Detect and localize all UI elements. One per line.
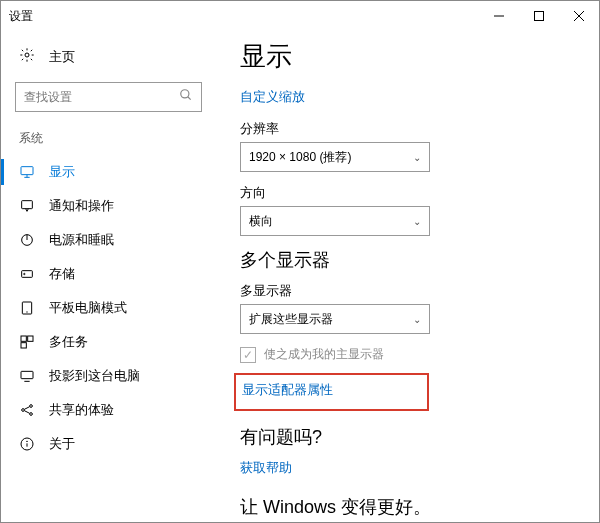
storage-icon bbox=[19, 266, 35, 282]
resolution-value: 1920 × 1080 (推荐) bbox=[249, 149, 351, 166]
chevron-down-icon: ⌄ bbox=[413, 216, 421, 227]
svg-rect-7 bbox=[21, 167, 33, 175]
sidebar-item-label: 共享的体验 bbox=[49, 401, 114, 419]
sidebar-item-label: 投影到这台电脑 bbox=[49, 367, 140, 385]
orientation-combo[interactable]: 横向 ⌄ bbox=[240, 206, 430, 236]
power-icon bbox=[19, 232, 35, 248]
checkbox-icon: ✓ bbox=[240, 347, 256, 363]
svg-point-5 bbox=[181, 90, 189, 98]
svg-point-22 bbox=[30, 405, 33, 408]
multi-value: 扩展这些显示器 bbox=[249, 311, 333, 328]
chevron-down-icon: ⌄ bbox=[413, 314, 421, 325]
svg-rect-1 bbox=[535, 12, 544, 21]
svg-line-6 bbox=[188, 97, 191, 100]
window-title: 设置 bbox=[9, 8, 479, 25]
monitor-icon bbox=[19, 164, 35, 180]
projection-icon bbox=[19, 368, 35, 384]
minimize-button[interactable] bbox=[479, 1, 519, 31]
sidebar-item-display[interactable]: 显示 bbox=[1, 155, 216, 189]
sidebar-item-label: 关于 bbox=[49, 435, 75, 453]
svg-point-28 bbox=[27, 441, 28, 442]
svg-rect-10 bbox=[22, 201, 33, 209]
share-icon bbox=[19, 402, 35, 418]
multitask-icon bbox=[19, 334, 35, 350]
orientation-label: 方向 bbox=[240, 184, 579, 202]
svg-rect-17 bbox=[21, 336, 26, 341]
multi-combo[interactable]: 扩展这些显示器 ⌄ bbox=[240, 304, 430, 334]
sidebar-item-label: 平板电脑模式 bbox=[49, 299, 127, 317]
search-icon bbox=[179, 88, 193, 106]
orientation-value: 横向 bbox=[249, 213, 273, 230]
sidebar-item-label: 存储 bbox=[49, 265, 75, 283]
make-main-label: 使之成为我的主显示器 bbox=[264, 346, 384, 363]
svg-line-24 bbox=[24, 407, 29, 410]
search-field[interactable] bbox=[24, 90, 179, 104]
sidebar-item-about[interactable]: 关于 bbox=[1, 427, 216, 461]
svg-rect-18 bbox=[28, 336, 33, 341]
svg-line-25 bbox=[24, 411, 29, 414]
section-label: 系统 bbox=[1, 126, 216, 155]
home-link[interactable]: 主页 bbox=[1, 41, 216, 72]
help-link[interactable]: 获取帮助 bbox=[240, 459, 579, 477]
sidebar-item-tablet[interactable]: 平板电脑模式 bbox=[1, 291, 216, 325]
svg-point-14 bbox=[24, 273, 25, 274]
svg-point-4 bbox=[25, 53, 29, 57]
close-button[interactable] bbox=[559, 1, 599, 31]
help-header: 有问题吗? bbox=[240, 425, 579, 449]
home-label: 主页 bbox=[49, 48, 75, 66]
svg-point-21 bbox=[22, 409, 25, 412]
resolution-combo[interactable]: 1920 × 1080 (推荐) ⌄ bbox=[240, 142, 430, 172]
multi-header: 多个显示器 bbox=[240, 248, 579, 272]
info-icon bbox=[19, 436, 35, 452]
make-main-checkbox: ✓ 使之成为我的主显示器 bbox=[240, 346, 579, 363]
gear-icon bbox=[19, 47, 35, 66]
sidebar-item-projection[interactable]: 投影到这台电脑 bbox=[1, 359, 216, 393]
svg-rect-20 bbox=[21, 371, 33, 378]
sidebar-item-label: 多任务 bbox=[49, 333, 88, 351]
resolution-label: 分辨率 bbox=[240, 120, 579, 138]
highlight-box: 显示适配器属性 bbox=[234, 373, 429, 411]
maximize-button[interactable] bbox=[519, 1, 559, 31]
sidebar-item-label: 显示 bbox=[49, 163, 75, 181]
adapter-link[interactable]: 显示适配器属性 bbox=[242, 381, 417, 399]
sidebar-item-shared[interactable]: 共享的体验 bbox=[1, 393, 216, 427]
svg-rect-19 bbox=[21, 343, 26, 348]
sidebar: 主页 系统 显示 通知和操作 电源和睡眠 存储 平板电脑模式 多任 bbox=[1, 31, 216, 522]
sidebar-item-power[interactable]: 电源和睡眠 bbox=[1, 223, 216, 257]
tablet-icon bbox=[19, 300, 35, 316]
titlebar: 设置 bbox=[1, 1, 599, 31]
svg-point-23 bbox=[30, 413, 33, 416]
improve-header: 让 Windows 变得更好。 bbox=[240, 495, 579, 519]
search-input[interactable] bbox=[15, 82, 202, 112]
sidebar-item-notifications[interactable]: 通知和操作 bbox=[1, 189, 216, 223]
page-title: 显示 bbox=[240, 39, 579, 74]
sidebar-item-label: 通知和操作 bbox=[49, 197, 114, 215]
sidebar-item-storage[interactable]: 存储 bbox=[1, 257, 216, 291]
custom-scaling-link[interactable]: 自定义缩放 bbox=[240, 88, 579, 106]
sidebar-item-label: 电源和睡眠 bbox=[49, 231, 114, 249]
content-pane: 显示 自定义缩放 分辨率 1920 × 1080 (推荐) ⌄ 方向 横向 ⌄ … bbox=[216, 31, 599, 522]
notification-icon bbox=[19, 198, 35, 214]
sidebar-item-multitask[interactable]: 多任务 bbox=[1, 325, 216, 359]
multi-label: 多显示器 bbox=[240, 282, 579, 300]
chevron-down-icon: ⌄ bbox=[413, 152, 421, 163]
